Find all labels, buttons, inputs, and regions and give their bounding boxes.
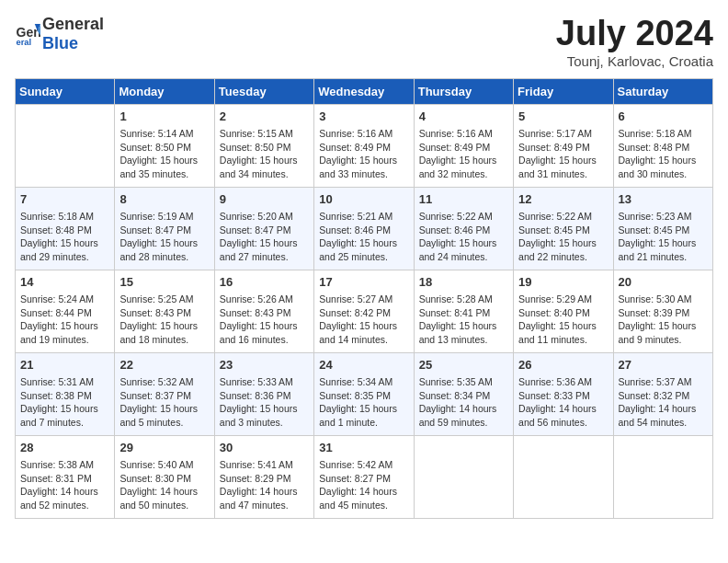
day-info: Sunrise: 5:21 AM Sunset: 8:46 PM Dayligh… xyxy=(319,210,408,264)
day-info: Sunrise: 5:33 AM Sunset: 8:36 PM Dayligh… xyxy=(220,375,309,430)
logo-general-text: General xyxy=(42,15,104,33)
calendar-cell xyxy=(414,435,513,518)
day-info: Sunrise: 5:29 AM Sunset: 8:40 PM Dayligh… xyxy=(518,293,608,347)
calendar-cell: 11Sunrise: 5:22 AM Sunset: 8:46 PM Dayli… xyxy=(414,187,513,270)
calendar-cell: 18Sunrise: 5:28 AM Sunset: 8:41 PM Dayli… xyxy=(414,270,513,352)
day-number: 27 xyxy=(619,357,708,373)
day-info: Sunrise: 5:16 AM Sunset: 8:49 PM Dayligh… xyxy=(319,127,408,181)
day-info: Sunrise: 5:38 AM Sunset: 8:31 PM Dayligh… xyxy=(20,458,109,512)
calendar-cell: 21Sunrise: 5:31 AM Sunset: 8:38 PM Dayli… xyxy=(16,352,115,435)
week-row-5: 28Sunrise: 5:38 AM Sunset: 8:31 PM Dayli… xyxy=(16,435,713,518)
calendar-cell: 15Sunrise: 5:25 AM Sunset: 8:43 PM Dayli… xyxy=(115,270,214,352)
calendar-cell: 27Sunrise: 5:37 AM Sunset: 8:32 PM Dayli… xyxy=(613,352,712,435)
calendar-cell: 29Sunrise: 5:40 AM Sunset: 8:30 PM Dayli… xyxy=(115,435,214,518)
day-number: 22 xyxy=(119,357,209,373)
calendar-cell: 4Sunrise: 5:16 AM Sunset: 8:49 PM Daylig… xyxy=(414,104,513,187)
calendar-table: SundayMondayTuesdayWednesdayThursdayFrid… xyxy=(15,78,713,519)
day-number: 23 xyxy=(220,357,309,373)
day-number: 11 xyxy=(419,191,508,208)
calendar-cell: 8Sunrise: 5:19 AM Sunset: 8:47 PM Daylig… xyxy=(115,187,214,270)
week-row-4: 21Sunrise: 5:31 AM Sunset: 8:38 PM Dayli… xyxy=(16,352,713,435)
day-number: 6 xyxy=(619,109,708,125)
day-info: Sunrise: 5:18 AM Sunset: 8:48 PM Dayligh… xyxy=(20,210,109,264)
calendar-cell xyxy=(613,435,712,518)
calendar-cell: 25Sunrise: 5:35 AM Sunset: 8:34 PM Dayli… xyxy=(414,352,513,435)
day-number: 4 xyxy=(419,109,508,125)
calendar-cell: 14Sunrise: 5:24 AM Sunset: 8:44 PM Dayli… xyxy=(16,270,115,352)
calendar-cell: 1Sunrise: 5:14 AM Sunset: 8:50 PM Daylig… xyxy=(115,104,214,187)
day-number: 13 xyxy=(619,191,708,208)
day-info: Sunrise: 5:36 AM Sunset: 8:33 PM Dayligh… xyxy=(518,375,608,430)
day-info: Sunrise: 5:20 AM Sunset: 8:47 PM Dayligh… xyxy=(220,210,309,264)
calendar-cell: 17Sunrise: 5:27 AM Sunset: 8:42 PM Dayli… xyxy=(314,270,414,352)
weekday-header-monday: Monday xyxy=(115,78,214,104)
day-number: 16 xyxy=(220,274,309,291)
day-info: Sunrise: 5:32 AM Sunset: 8:37 PM Dayligh… xyxy=(119,375,209,430)
day-info: Sunrise: 5:30 AM Sunset: 8:39 PM Dayligh… xyxy=(619,293,708,347)
logo-blue-text: Blue xyxy=(42,34,78,52)
day-info: Sunrise: 5:15 AM Sunset: 8:50 PM Dayligh… xyxy=(220,127,309,181)
logo: Gen eral General Blue xyxy=(15,15,104,53)
day-number: 5 xyxy=(518,109,608,125)
calendar-cell xyxy=(16,104,115,187)
day-info: Sunrise: 5:22 AM Sunset: 8:45 PM Dayligh… xyxy=(518,210,608,264)
calendar-cell: 19Sunrise: 5:29 AM Sunset: 8:40 PM Dayli… xyxy=(514,270,613,352)
day-info: Sunrise: 5:24 AM Sunset: 8:44 PM Dayligh… xyxy=(20,293,109,347)
weekday-header-row: SundayMondayTuesdayWednesdayThursdayFrid… xyxy=(16,78,713,104)
calendar-cell: 2Sunrise: 5:15 AM Sunset: 8:50 PM Daylig… xyxy=(214,104,313,187)
day-info: Sunrise: 5:34 AM Sunset: 8:35 PM Dayligh… xyxy=(319,375,408,430)
day-number: 12 xyxy=(518,191,608,208)
day-info: Sunrise: 5:42 AM Sunset: 8:27 PM Dayligh… xyxy=(319,458,408,512)
day-info: Sunrise: 5:28 AM Sunset: 8:41 PM Dayligh… xyxy=(419,293,508,347)
weekday-header-thursday: Thursday xyxy=(414,78,513,104)
day-number: 20 xyxy=(619,274,708,291)
day-info: Sunrise: 5:35 AM Sunset: 8:34 PM Dayligh… xyxy=(419,375,508,430)
calendar-cell: 24Sunrise: 5:34 AM Sunset: 8:35 PM Dayli… xyxy=(314,352,414,435)
calendar-cell: 7Sunrise: 5:18 AM Sunset: 8:48 PM Daylig… xyxy=(16,187,115,270)
day-number: 18 xyxy=(419,274,508,291)
day-info: Sunrise: 5:16 AM Sunset: 8:49 PM Dayligh… xyxy=(419,127,508,181)
day-info: Sunrise: 5:18 AM Sunset: 8:48 PM Dayligh… xyxy=(619,127,708,181)
weekday-header-saturday: Saturday xyxy=(613,78,712,104)
day-number: 3 xyxy=(319,109,408,125)
day-info: Sunrise: 5:27 AM Sunset: 8:42 PM Dayligh… xyxy=(319,293,408,347)
day-number: 29 xyxy=(119,440,209,456)
day-info: Sunrise: 5:37 AM Sunset: 8:32 PM Dayligh… xyxy=(619,375,708,430)
day-number: 28 xyxy=(20,440,109,456)
day-info: Sunrise: 5:14 AM Sunset: 8:50 PM Dayligh… xyxy=(119,127,209,181)
weekday-header-sunday: Sunday xyxy=(16,78,115,104)
day-number: 10 xyxy=(319,191,408,208)
day-info: Sunrise: 5:40 AM Sunset: 8:30 PM Dayligh… xyxy=(119,458,209,512)
calendar-cell: 20Sunrise: 5:30 AM Sunset: 8:39 PM Dayli… xyxy=(613,270,712,352)
calendar-cell: 30Sunrise: 5:41 AM Sunset: 8:29 PM Dayli… xyxy=(214,435,313,518)
week-row-2: 7Sunrise: 5:18 AM Sunset: 8:48 PM Daylig… xyxy=(16,187,713,270)
day-number: 15 xyxy=(119,274,209,291)
day-number: 9 xyxy=(220,191,309,208)
weekday-header-tuesday: Tuesday xyxy=(214,78,313,104)
day-info: Sunrise: 5:22 AM Sunset: 8:46 PM Dayligh… xyxy=(419,210,508,264)
calendar-cell: 23Sunrise: 5:33 AM Sunset: 8:36 PM Dayli… xyxy=(214,352,313,435)
day-info: Sunrise: 5:17 AM Sunset: 8:49 PM Dayligh… xyxy=(518,127,608,181)
day-number: 1 xyxy=(119,109,209,125)
calendar-cell xyxy=(514,435,613,518)
month-title: July 2024 xyxy=(556,15,713,53)
calendar-cell: 22Sunrise: 5:32 AM Sunset: 8:37 PM Dayli… xyxy=(115,352,214,435)
week-row-3: 14Sunrise: 5:24 AM Sunset: 8:44 PM Dayli… xyxy=(16,270,713,352)
weekday-header-friday: Friday xyxy=(514,78,613,104)
day-info: Sunrise: 5:25 AM Sunset: 8:43 PM Dayligh… xyxy=(119,293,209,347)
svg-text:eral: eral xyxy=(17,38,32,47)
day-info: Sunrise: 5:31 AM Sunset: 8:38 PM Dayligh… xyxy=(20,375,109,430)
calendar-cell: 3Sunrise: 5:16 AM Sunset: 8:49 PM Daylig… xyxy=(314,104,414,187)
logo-icon: Gen eral xyxy=(15,21,40,47)
calendar-cell: 28Sunrise: 5:38 AM Sunset: 8:31 PM Dayli… xyxy=(16,435,115,518)
calendar-cell: 9Sunrise: 5:20 AM Sunset: 8:47 PM Daylig… xyxy=(214,187,313,270)
day-number: 8 xyxy=(119,191,209,208)
day-number: 25 xyxy=(419,357,508,373)
day-info: Sunrise: 5:23 AM Sunset: 8:45 PM Dayligh… xyxy=(619,210,708,264)
day-number: 7 xyxy=(20,191,109,208)
calendar-cell: 13Sunrise: 5:23 AM Sunset: 8:45 PM Dayli… xyxy=(613,187,712,270)
day-number: 24 xyxy=(319,357,408,373)
day-number: 30 xyxy=(220,440,309,456)
page-header: Gen eral General Blue July 2024 Tounj, K… xyxy=(15,15,713,69)
calendar-cell: 5Sunrise: 5:17 AM Sunset: 8:49 PM Daylig… xyxy=(514,104,613,187)
